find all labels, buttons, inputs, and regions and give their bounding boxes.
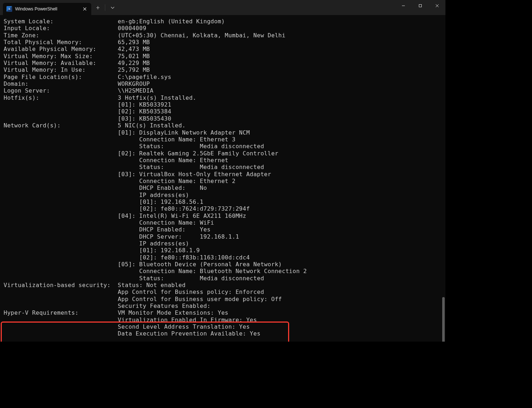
terminal-output: System Locale: en-gb;English (United Kin…: [0, 15, 445, 340]
tab-dropdown-button[interactable]: [106, 2, 119, 13]
powershell-icon: [6, 6, 12, 12]
window-controls: [395, 0, 445, 11]
minimize-icon: [402, 4, 405, 8]
terminal-window: Windows PowerShell: [0, 0, 445, 342]
maximize-button[interactable]: [412, 0, 429, 11]
tab-powershell[interactable]: Windows PowerShell: [3, 3, 91, 15]
scrollbar-thumb[interactable]: [442, 297, 445, 342]
terminal-viewport[interactable]: System Locale: en-gb;English (United Kin…: [0, 15, 445, 342]
minimize-button[interactable]: [395, 0, 412, 11]
close-window-button[interactable]: [429, 0, 445, 11]
tab-close-button[interactable]: [82, 6, 88, 12]
tab-title: Windows PowerShell: [15, 6, 79, 11]
plus-icon: [96, 6, 100, 10]
tabbar-controls: [91, 0, 119, 15]
new-tab-button[interactable]: [91, 2, 104, 13]
maximize-icon: [418, 4, 422, 8]
chevron-down-icon: [111, 6, 115, 10]
tab-separator: [105, 4, 105, 11]
close-icon: [435, 4, 439, 8]
titlebar[interactable]: Windows PowerShell: [0, 0, 445, 15]
svg-rect-0: [419, 5, 421, 7]
close-icon: [83, 7, 87, 11]
